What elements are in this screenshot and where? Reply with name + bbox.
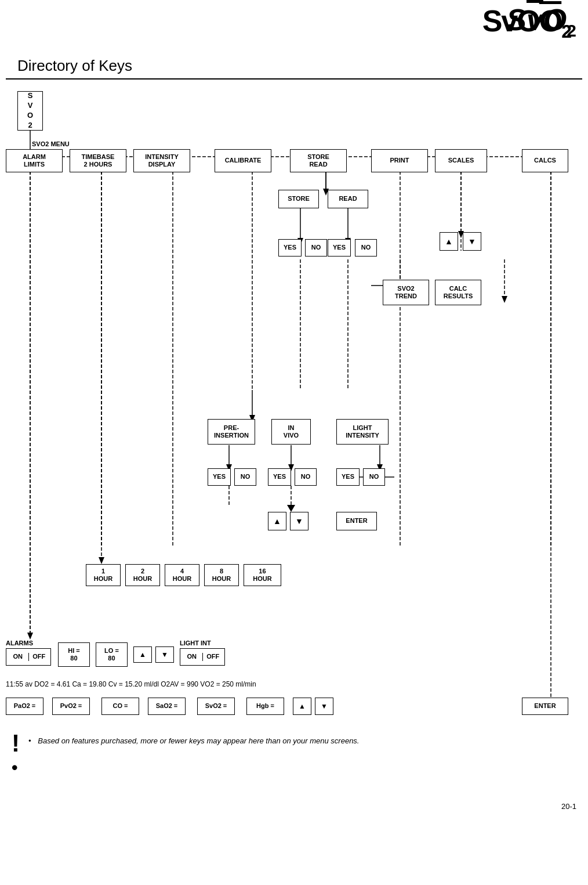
exclamation-icon: !• — [12, 732, 20, 776]
print-box[interactable]: PRINT — [371, 149, 428, 172]
store-box[interactable]: STORE — [278, 190, 319, 208]
yes2-box[interactable]: YES — [328, 239, 351, 257]
pao2-box[interactable]: PaO2 = — [6, 698, 43, 715]
read-box[interactable]: READ — [328, 190, 368, 208]
invivo-down-arrow[interactable]: ▼ — [290, 512, 308, 530]
enter1-box[interactable]: ENTER — [336, 512, 377, 530]
hour2-box[interactable]: 2HOUR — [125, 564, 160, 586]
no3-box[interactable]: NO — [234, 468, 256, 486]
page-title: Directory of Keys — [6, 46, 582, 80]
alarms-on-off-box[interactable]: ON OFF — [6, 648, 51, 666]
hi-val-box[interactable]: HI =80 — [58, 642, 90, 667]
calibrate-box[interactable]: CALIBRATE — [215, 149, 271, 172]
timebase-box[interactable]: TIMEBASE2 HOURS — [70, 149, 126, 172]
hour4-box[interactable]: 4HOUR — [165, 564, 199, 586]
hour8-box[interactable]: 8HOUR — [204, 564, 239, 586]
co-box[interactable]: CO = — [101, 698, 139, 715]
svo2-menu-label: SVO2 MENU — [32, 140, 70, 147]
calc-results-box[interactable]: CALCRESULTS — [435, 280, 481, 305]
store-read-box[interactable]: STOREREAD — [290, 149, 347, 172]
hgb-box[interactable]: Hgb = — [246, 698, 284, 715]
intensity-display-box[interactable]: INTENSITYDISPLAY — [133, 149, 190, 172]
no1-box[interactable]: NO — [305, 239, 327, 257]
logo-container: SvO2 — [506, 5, 576, 39]
yes1-box[interactable]: YES — [278, 239, 302, 257]
in-vivo-box[interactable]: INVIVO — [271, 419, 311, 445]
svo2-box[interactable]: SvO2 = — [197, 698, 235, 715]
no5-box[interactable]: NO — [363, 468, 385, 486]
svo2-label-box: SVO2 — [17, 91, 43, 131]
yes4-box[interactable]: YES — [268, 468, 291, 486]
pre-insertion-box[interactable]: PRE-INSERTION — [208, 419, 255, 445]
alarms-on-button[interactable]: ON — [8, 653, 29, 660]
diagram-area: SVO2 SVO2 MENU ALARMLIMITS TIMEBASE2 HOU… — [0, 82, 588, 814]
scales-up-arrow[interactable]: ▲ — [440, 232, 458, 251]
scales-box[interactable]: SCALES — [435, 149, 487, 172]
svg-marker-36 — [287, 505, 295, 512]
alarms-label: ALARMS — [6, 640, 33, 646]
lo-val-box[interactable]: LO =80 — [96, 642, 128, 667]
light-int-on-button[interactable]: ON — [182, 653, 203, 660]
alarms-off-button[interactable]: OFF — [29, 653, 50, 660]
invivo-up-arrow[interactable]: ▲ — [268, 512, 286, 530]
yes5-box[interactable]: YES — [336, 468, 360, 486]
header: SvOO2 — [0, 0, 588, 46]
alarm-limits-box[interactable]: ALARMLIMITS — [6, 149, 63, 172]
light-int-label: LIGHT INT — [180, 640, 211, 646]
alarm-up-arrow[interactable]: ▲ — [133, 646, 152, 663]
no4-box[interactable]: NO — [295, 468, 317, 486]
footer-note: !• • Based on features purchased, more o… — [12, 732, 576, 779]
scales-down-arrow[interactable]: ▼ — [463, 232, 481, 251]
yes3-box[interactable]: YES — [208, 468, 231, 486]
bottom-down-arrow[interactable]: ▼ — [315, 698, 333, 715]
pvo2-box[interactable]: PvO2 = — [52, 698, 90, 715]
note-content: • Based on features purchased, more or f… — [28, 735, 359, 746]
svg-marker-41 — [27, 633, 33, 640]
enter2-box[interactable]: ENTER — [522, 698, 568, 715]
sao2-box[interactable]: SaO2 = — [148, 698, 186, 715]
page-number: 20-1 — [561, 802, 576, 811]
light-intensity-box[interactable]: LIGHTINTENSITY — [336, 419, 389, 445]
bottom-up-arrow[interactable]: ▲ — [293, 698, 311, 715]
hour1-box[interactable]: 1HOUR — [86, 564, 121, 586]
light-int-on-off-box[interactable]: ON OFF — [180, 648, 225, 666]
no2-box[interactable]: NO — [355, 239, 377, 257]
light-int-off-button[interactable]: OFF — [203, 653, 224, 660]
alarm-down-arrow[interactable]: ▼ — [155, 646, 174, 663]
svg-marker-39 — [99, 557, 104, 564]
svg-marker-25 — [502, 296, 507, 303]
svo2-trend-box[interactable]: SVO2TREND — [383, 280, 429, 305]
hour16-box[interactable]: 16HOUR — [244, 564, 281, 586]
calcs-box[interactable]: CALCS — [522, 149, 568, 172]
status-line: 11:55 av DO2 = 4.61 Ca = 19.80 Cv = 15.2… — [6, 680, 256, 688]
